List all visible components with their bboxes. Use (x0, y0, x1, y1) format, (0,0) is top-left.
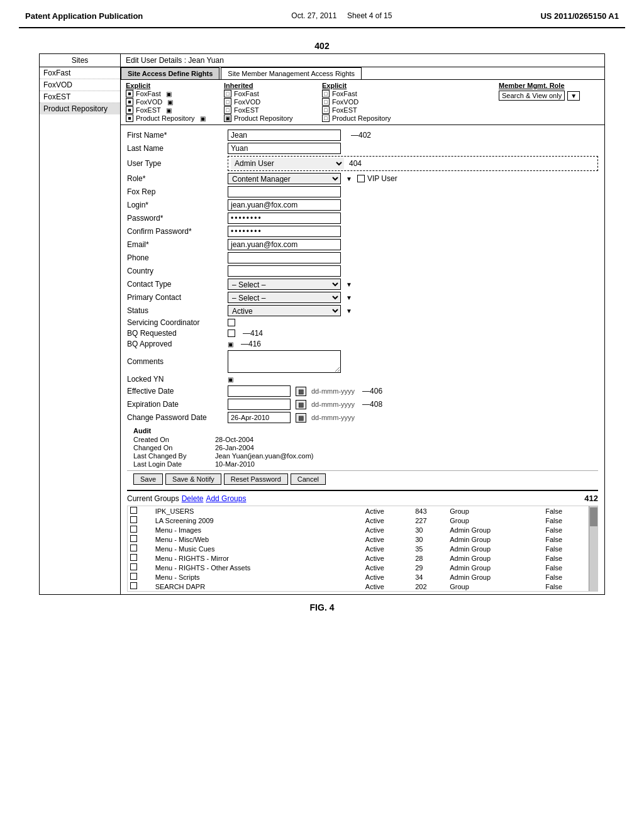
field-row-role: Role* Content Manager ▼ VIP User (127, 173, 598, 184)
group-table-row: Menu - RIGHTS - Mirror Active 28 Admin G… (128, 553, 589, 563)
lastname-value (228, 143, 598, 154)
groups-table: IPK_USERS Active 843 Group False LA Scre… (128, 506, 589, 591)
locked-yn-checkbox[interactable]: ▣ (228, 376, 233, 383)
groups-scrollbar[interactable] (589, 506, 597, 591)
member-mgmt-dropdown-icon[interactable]: ▼ (567, 91, 580, 101)
group-row-checkbox[interactable] (130, 545, 137, 551)
foxest-explicit-checkbox[interactable]: ■ (126, 106, 133, 114)
sidebar-item-foxvod[interactable]: FoxVOD (40, 79, 120, 91)
primary-contact-select[interactable]: – Select – (228, 292, 341, 303)
foxrep-input[interactable] (228, 186, 341, 197)
foxvod-explicit2-row: □ FoxVOD (322, 98, 489, 106)
comments-value (228, 350, 598, 373)
foxvod-explicit-checkbox[interactable]: ■ (126, 98, 133, 106)
field-row-firstname: First Name* —402 (127, 130, 598, 141)
email-value (228, 239, 598, 250)
callout-408: —408 (362, 400, 382, 409)
comments-textarea[interactable] (228, 350, 341, 373)
foxfast-explicit2-checkbox[interactable]: □ (322, 90, 330, 97)
expiration-date-calendar-icon[interactable]: ▩ (296, 400, 306, 409)
sidebar-item-foxest[interactable]: FoxEST (40, 91, 120, 103)
save-button[interactable]: Save (133, 473, 163, 485)
firstname-label: First Name* (127, 131, 228, 140)
login-input[interactable] (228, 199, 341, 211)
foxest-explicit2-checkbox[interactable]: □ (322, 106, 330, 114)
tab-member-mgmt[interactable]: Site Member Management Access Rights (221, 67, 362, 79)
tabs-row: Site Access Define Rights Site Member Ma… (121, 67, 604, 80)
tab-site-access[interactable]: Site Access Define Rights (121, 67, 219, 79)
servicing-coordinator-checkbox[interactable] (228, 319, 235, 326)
vip-user-checkbox[interactable] (357, 175, 365, 182)
confirm-password-input[interactable] (228, 226, 341, 237)
group-row-checkbox[interactable] (130, 535, 137, 542)
cancel-button[interactable]: Cancel (291, 473, 326, 485)
phone-input[interactable] (228, 252, 341, 263)
foxvod-explicit-row: ■ FoxVOD ▣ (126, 98, 214, 106)
group-table-row: Menu - Misc/Web Active 30 Admin Group Fa… (128, 534, 589, 544)
prodrepo-explicit-checkbox[interactable]: ■ (126, 114, 133, 122)
field-row-contact-type: Contact Type – Select – ▼ (127, 279, 598, 290)
bq-approved-label: BQ Approved (127, 340, 228, 348)
foxest-inherited-row: □ FoxEST (224, 106, 312, 114)
change-password-date-input[interactable] (228, 412, 291, 423)
group-row-checkbox[interactable] (130, 573, 137, 580)
audit-last-changed-by: Last Changed By Jean Yuan(jean.yuan@fox.… (133, 452, 592, 460)
role-label: Role* (127, 174, 228, 183)
lastname-label: Last Name (127, 144, 228, 153)
foxfast-explicit-row: ■ FoxFast ▣ (126, 90, 214, 97)
change-password-date-calendar-icon[interactable]: ▩ (296, 413, 306, 423)
login-value (228, 199, 598, 211)
foxvod-explicit2-checkbox[interactable]: □ (322, 98, 330, 106)
lastname-input[interactable] (228, 143, 341, 154)
changed-on-value: 26-Jan-2004 (215, 444, 254, 451)
group-row-checkbox[interactable] (130, 526, 137, 533)
field-row-country: Country (127, 265, 598, 277)
bq-approved-checkbox-icon[interactable]: ▣ (228, 341, 233, 348)
usertype-label: User Type (127, 159, 228, 168)
group-row-checkbox[interactable] (130, 582, 137, 589)
group-row-checkbox[interactable] (130, 563, 137, 570)
group-table-row: LA Screening 2009 Active 227 Group False (128, 516, 589, 525)
form-body: First Name* —402 Last Name User Type (121, 125, 604, 594)
callout-414: —414 (243, 329, 263, 338)
callout-404: 404 (349, 159, 362, 168)
foxfast-explicit-checkbox[interactable]: ■ (126, 90, 133, 97)
foxfast-explicit2-row: □ FoxFast (322, 90, 489, 97)
contact-type-select[interactable]: – Select – (228, 279, 341, 290)
prodrepo-inherited-checkbox[interactable]: ▣ (224, 114, 231, 122)
bq-requested-checkbox[interactable] (228, 329, 235, 337)
group-row-checkbox[interactable] (130, 554, 137, 561)
foxvod-inherited-checkbox[interactable]: □ (224, 98, 231, 106)
password-input[interactable] (228, 213, 341, 224)
expiration-date-value: ▩ dd-mmm-yyyy —408 (228, 399, 598, 410)
firstname-input[interactable] (228, 130, 341, 141)
country-input[interactable] (228, 265, 341, 277)
prodrepo-explicit2-checkbox[interactable]: □ (322, 114, 330, 122)
usertype-select[interactable]: Admin User (231, 158, 344, 169)
foxfast-inherited-checkbox[interactable]: □ (224, 90, 231, 97)
sidebar-item-foxfast[interactable]: FoxFast (40, 67, 120, 79)
password-label: Password* (127, 214, 228, 223)
expiration-date-input[interactable] (228, 399, 291, 410)
status-select[interactable]: Active (228, 305, 341, 316)
reset-password-button[interactable]: Reset Password (224, 473, 288, 485)
add-groups-link[interactable]: Add Groups (206, 494, 246, 503)
group-row-checkbox[interactable] (130, 516, 137, 523)
email-input[interactable] (228, 239, 341, 250)
save-notify-button[interactable]: Save & Notify (165, 473, 221, 485)
foxest-inherited-checkbox[interactable]: □ (224, 106, 231, 114)
effective-date-calendar-icon[interactable]: ▩ (296, 387, 306, 396)
role-select[interactable]: Content Manager (228, 173, 341, 184)
delete-groups-link[interactable]: Delete (182, 494, 204, 503)
group-row-checkbox[interactable] (130, 507, 137, 514)
sidebar-item-product-repository[interactable]: Product Repository (40, 103, 120, 114)
form-title: Edit User Details : Jean Yuan (121, 54, 604, 67)
effective-date-input[interactable] (228, 385, 291, 397)
audit-last-login: Last Login Date 10-Mar-2010 (133, 460, 592, 468)
patent-number: US 2011/0265150 A1 (540, 11, 619, 21)
callout-402: —402 (351, 131, 371, 140)
created-on-value: 28-Oct-2004 (215, 436, 253, 443)
confirm-password-value (228, 226, 598, 237)
effective-date-label: Effective Date (127, 387, 228, 396)
contact-type-dropdown-icon: ▼ (346, 281, 352, 288)
